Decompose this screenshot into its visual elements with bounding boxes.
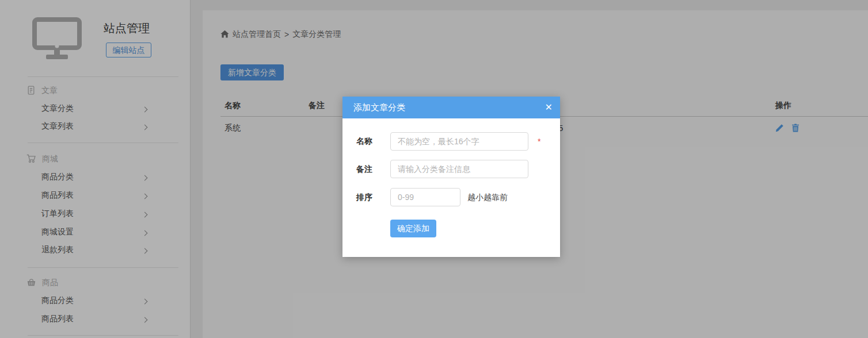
note-input[interactable] <box>390 160 528 178</box>
site-admin-screen: 站点管理 编辑站点 文章 文章分类 文章列表 <box>0 0 868 338</box>
modal-title: 添加文章分类 <box>353 97 405 118</box>
confirm-add-button[interactable]: 确定添加 <box>390 220 436 237</box>
name-field-label: 名称 <box>356 136 372 147</box>
add-category-modal: 添加文章分类 ✕ 名称 * 备注 排序 越小越靠前 确定添加 <box>342 97 560 257</box>
sort-hint: 越小越靠前 <box>467 193 508 203</box>
name-input[interactable] <box>390 132 528 151</box>
close-icon[interactable]: ✕ <box>545 97 553 118</box>
sort-input[interactable] <box>390 188 460 206</box>
note-field-label: 备注 <box>356 164 372 175</box>
required-mark: * <box>538 137 540 146</box>
sort-field-label: 排序 <box>356 193 372 203</box>
modal-header: 添加文章分类 ✕ <box>342 97 560 118</box>
